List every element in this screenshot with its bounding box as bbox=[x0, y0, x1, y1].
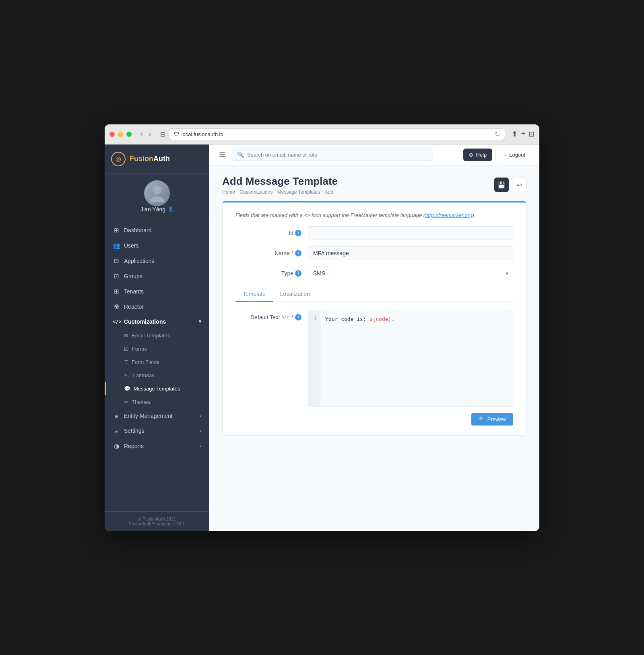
browser-back-button[interactable]: ‹ bbox=[138, 130, 145, 138]
freemarker-link[interactable]: http://freemarker.org bbox=[425, 212, 472, 218]
app-layout: ◎ FusionAuth Jian Yáng 👤 bbox=[105, 145, 539, 531]
breadcrumb-current: Add bbox=[325, 189, 333, 195]
sidebar-item-email-templates[interactable]: ✉ Email Templates bbox=[105, 329, 209, 342]
preview-btn-row: 🔍 Preview bbox=[235, 413, 513, 426]
sidebar-item-tenants[interactable]: ⊞ Tenants bbox=[105, 284, 209, 299]
entity-management-icon: ≡ bbox=[113, 413, 120, 419]
customizations-label: Customizations bbox=[124, 318, 166, 325]
freemarker-icon: </> bbox=[282, 314, 290, 319]
save-button[interactable]: 💾 bbox=[494, 178, 509, 192]
sidebar-section-customizations[interactable]: </> Customizations ▾ bbox=[105, 314, 209, 329]
main-content: Add Message Template Home / Customizatio… bbox=[209, 165, 539, 531]
traffic-light-minimize[interactable] bbox=[118, 132, 123, 137]
sidebar-item-applications[interactable]: ⊟ Applications bbox=[105, 253, 209, 269]
sidebar-item-lambdas[interactable]: >_ Lambdas bbox=[105, 369, 209, 382]
sub-item-label: Forms bbox=[132, 346, 147, 352]
chevron-right-icon: › bbox=[200, 428, 201, 433]
code-text-var: ${code} bbox=[369, 316, 392, 322]
help-button[interactable]: ⊕ Help bbox=[463, 149, 492, 161]
type-select[interactable]: SMS Push bbox=[308, 267, 331, 280]
sidebar-item-label: Groups bbox=[124, 273, 142, 279]
hamburger-icon[interactable]: ☰ bbox=[217, 149, 227, 161]
avatar bbox=[144, 180, 170, 206]
sidebar-item-dashboard[interactable]: ⊞ Dashboard bbox=[105, 223, 209, 238]
sidebar-item-form-fields[interactable]: ⊤ Form Fields bbox=[105, 355, 209, 369]
address-bar[interactable]: 🛡 local.fusionauth.io ↻ bbox=[169, 128, 506, 140]
sub-item-label: Email Templates bbox=[132, 333, 170, 339]
breadcrumb-customizations[interactable]: Customizations bbox=[239, 189, 272, 195]
tab-localization[interactable]: Localization bbox=[273, 287, 317, 302]
code-line: Your code is: ${code}. bbox=[325, 314, 508, 324]
settings-icon: ≡ bbox=[113, 428, 120, 434]
breadcrumb-message-templates[interactable]: Message Templates bbox=[277, 189, 320, 195]
default-text-label: Default Text </> * i bbox=[235, 310, 308, 320]
help-icon: ⊕ bbox=[469, 152, 473, 158]
code-text-period: . bbox=[391, 316, 394, 322]
traffic-light-close[interactable] bbox=[109, 132, 115, 137]
browser-forward-button[interactable]: › bbox=[147, 130, 153, 138]
chevron-right-icon: › bbox=[200, 413, 201, 418]
customizations-icon: </> bbox=[113, 319, 120, 324]
tab-template[interactable]: Template bbox=[235, 287, 273, 302]
traffic-light-maximize[interactable] bbox=[126, 132, 132, 137]
back-button[interactable]: ↩ bbox=[512, 178, 526, 192]
type-info-icon[interactable]: i bbox=[295, 270, 301, 277]
brand-name: FusionAuth bbox=[130, 155, 170, 163]
name-input[interactable] bbox=[308, 246, 513, 260]
chevron-down-icon: ▾ bbox=[199, 319, 201, 324]
back-arrow-icon: ↩ bbox=[517, 181, 522, 189]
share-icon[interactable]: ⬆ bbox=[512, 130, 518, 138]
id-info-icon[interactable]: i bbox=[295, 230, 301, 236]
name-info-icon[interactable]: i bbox=[295, 250, 301, 256]
logout-icon: → bbox=[502, 152, 507, 158]
sidebar-item-message-templates[interactable]: 💬 Message Templates bbox=[105, 382, 209, 395]
sidebar-user: Jian Yáng 👤 bbox=[105, 174, 209, 219]
sidebar-item-reactor[interactable]: ☢ Reactor bbox=[105, 299, 209, 314]
sidebar-item-reports[interactable]: ◑ Reports › bbox=[105, 438, 209, 454]
default-text-info-icon[interactable]: i bbox=[295, 314, 301, 320]
tabs-bar: Template Localization bbox=[235, 287, 513, 302]
groups-icon: ⊡ bbox=[113, 273, 120, 280]
tabs-icon[interactable]: ⊡ bbox=[528, 130, 535, 138]
search-icon: 🔍 bbox=[237, 151, 244, 158]
sidebar-item-settings[interactable]: ≡ Settings › bbox=[105, 424, 209, 438]
code-content: Your code is: ${code}. bbox=[320, 310, 513, 406]
logout-button[interactable]: → Logout bbox=[495, 149, 531, 161]
sidebar-item-forms[interactable]: ☑ Forms bbox=[105, 342, 209, 355]
sidebar-item-themes[interactable]: ✏ Themes bbox=[105, 395, 209, 409]
search-input[interactable] bbox=[247, 152, 428, 158]
sidebar-item-label: Dashboard bbox=[124, 227, 152, 233]
svg-point-0 bbox=[153, 186, 161, 194]
sidebar-item-label: Settings bbox=[124, 428, 144, 434]
sidebar-item-users[interactable]: 👥 Users bbox=[105, 238, 209, 253]
logo-icon: ◎ bbox=[111, 152, 126, 166]
preview-button[interactable]: 🔍 Preview bbox=[471, 413, 513, 426]
search-bar[interactable]: 🔍 bbox=[232, 149, 433, 161]
svg-point-1 bbox=[150, 196, 164, 202]
page-actions: 💾 ↩ bbox=[494, 178, 526, 192]
sidebar-item-entity-management[interactable]: ≡ Entity Management › bbox=[105, 409, 209, 424]
refresh-icon[interactable]: ↻ bbox=[495, 130, 500, 138]
type-label: Type i bbox=[235, 270, 308, 277]
chevron-right-icon: › bbox=[200, 444, 201, 448]
type-field-group: Type i SMS Push bbox=[235, 267, 513, 280]
page-header: Add Message Template Home / Customizatio… bbox=[209, 165, 539, 201]
id-input[interactable] bbox=[308, 226, 513, 240]
line-numbers: 1 bbox=[308, 310, 320, 406]
sidebar-item-label: Tenants bbox=[124, 288, 144, 295]
default-text-group: Default Text </> * i 1 Your code is: bbox=[235, 310, 513, 407]
sidebar-item-label: Applications bbox=[124, 258, 155, 264]
code-text-static: Your code is: bbox=[325, 316, 369, 322]
required-marker: * bbox=[291, 250, 293, 256]
name-label: Name * i bbox=[235, 250, 308, 256]
sidebar-toggle-icon[interactable]: ⊟ bbox=[160, 130, 165, 138]
username: Jian Yáng 👤 bbox=[140, 206, 173, 213]
sidebar-item-groups[interactable]: ⊡ Groups bbox=[105, 269, 209, 284]
right-panel: ☰ 🔍 ⊕ Help → Logout bbox=[209, 145, 539, 531]
new-tab-icon[interactable]: + bbox=[521, 130, 525, 138]
breadcrumb-home[interactable]: Home bbox=[222, 189, 235, 195]
code-editor[interactable]: 1 Your code is: ${code}. bbox=[308, 310, 513, 407]
line-number: 1 bbox=[312, 314, 317, 323]
email-icon: ✉ bbox=[124, 333, 128, 339]
sub-item-label: Themes bbox=[132, 399, 151, 405]
